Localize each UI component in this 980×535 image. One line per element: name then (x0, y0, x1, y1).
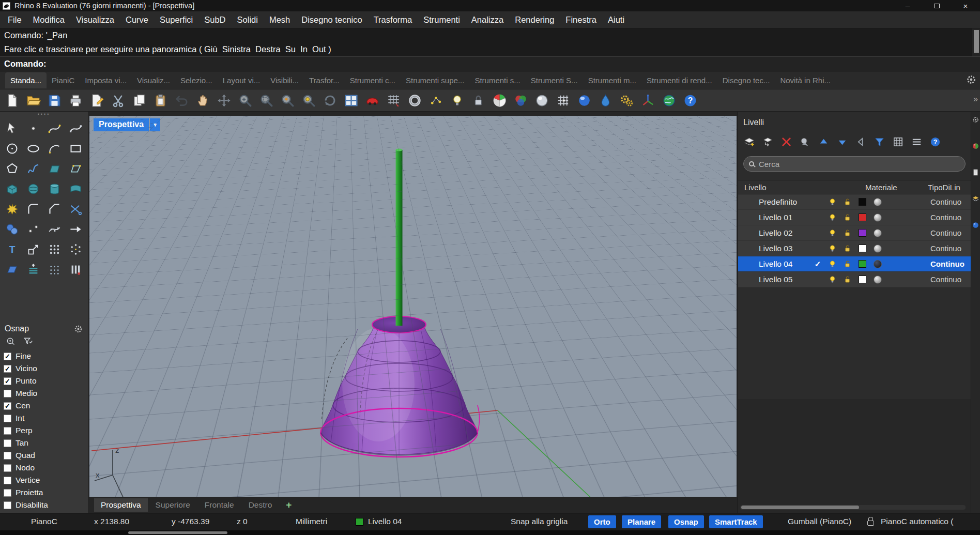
tool-array-polar-icon[interactable] (66, 240, 86, 258)
layer-material-circle[interactable] (870, 198, 885, 206)
viewport-layout-icon[interactable] (342, 91, 360, 110)
status-cplane[interactable]: PianoC (31, 517, 57, 526)
command-history[interactable]: Comando: '_Pan Fare clic e trascinare pe… (0, 28, 980, 56)
layer-color-swatch[interactable] (859, 229, 866, 237)
viewport-tab-prospettiva[interactable]: Prospettiva (94, 498, 148, 512)
layers-scrollbar-thumb[interactable] (741, 506, 859, 509)
checkbox-punto[interactable]: ✓ (4, 377, 11, 385)
tool-ellipse-icon[interactable] (23, 139, 43, 158)
green-rod-object[interactable] (396, 149, 403, 326)
osnap-item-int[interactable]: Int (4, 412, 88, 424)
layer-material-circle[interactable] (870, 276, 885, 284)
layer-color-swatch[interactable] (859, 276, 866, 283)
tool-arc-icon[interactable] (44, 139, 65, 158)
layer-lock-icon[interactable] (840, 244, 855, 253)
viewport-tab-destro[interactable]: Destro (242, 498, 279, 512)
menu-trasforma[interactable]: Trasforma (368, 11, 418, 28)
rotate-view-icon[interactable] (321, 91, 339, 110)
osnap-item-vicino[interactable]: ✓Vicino (4, 362, 88, 375)
toolbar-settings-gear-icon[interactable] (966, 74, 977, 85)
layer-row-livello-04[interactable]: Livello 04✓Continuo (738, 256, 971, 272)
zoom-extents-icon[interactable] (300, 91, 318, 110)
layer-visibility-bulb-icon[interactable] (825, 213, 840, 222)
print-icon[interactable] (67, 91, 85, 110)
toolbar-tab-layout-vi[interactable]: Layout vi... (218, 72, 266, 88)
layer-row-livello-03[interactable]: Livello 03Continuo (738, 241, 971, 256)
move-up-icon[interactable] (817, 135, 831, 149)
window-close-button[interactable]: × (951, 0, 980, 11)
ortho-toggle-button[interactable]: Orto (588, 515, 616, 528)
layer-row-predefinito[interactable]: PredefinitoContinuo (738, 194, 971, 210)
match-layer-icon[interactable] (798, 135, 812, 149)
tool-explode-icon[interactable] (2, 200, 22, 218)
tool-fillet-icon[interactable] (23, 200, 43, 218)
tool-spheres-icon[interactable] (2, 220, 22, 238)
panel-tab-layers-icon[interactable] (972, 195, 979, 203)
menu-file[interactable]: File (2, 11, 27, 28)
raytraced-sphere-icon[interactable] (575, 91, 593, 110)
layer-color-swatch[interactable] (859, 198, 866, 206)
viewport-tab-superiore[interactable]: Superiore (149, 498, 197, 512)
copy-icon[interactable] (130, 91, 148, 110)
layer-row-livello-02[interactable]: Livello 02Continuo (738, 225, 971, 241)
layer-material-circle[interactable] (870, 213, 885, 222)
checkbox-vertice[interactable] (4, 477, 11, 484)
zoom-selected-icon[interactable] (279, 91, 297, 110)
layer-row-livello-05[interactable]: Livello 05Continuo (738, 272, 971, 287)
osnap-selection-filter-icon[interactable] (22, 335, 33, 348)
toolbar-tab-strumenti-di-rend[interactable]: Strumenti di rend... (641, 72, 717, 88)
layer-visibility-bulb-icon[interactable] (825, 228, 840, 237)
tool-point-icon[interactable] (23, 119, 43, 137)
menu-icon[interactable] (910, 135, 924, 149)
open-file-icon[interactable] (24, 91, 42, 110)
tool-columns-icon[interactable] (66, 260, 86, 279)
columns-icon[interactable] (891, 135, 905, 149)
help-icon[interactable]: ? (928, 135, 942, 149)
tool-curve-freeform-icon[interactable] (23, 159, 43, 178)
menu-finestra[interactable]: Finestra (560, 11, 602, 28)
panel-tab-properties-icon[interactable] (972, 169, 979, 176)
tool-rebuild-icon[interactable] (44, 220, 65, 238)
menu-strumenti[interactable]: Strumenti (418, 11, 466, 28)
layer-material-circle[interactable] (870, 260, 885, 268)
toolbar-overflow-chevron-icon[interactable]: » (973, 95, 978, 104)
tool-sphere-icon[interactable] (23, 179, 43, 198)
toolbar-tab-visualiz[interactable]: Visualiz... (132, 72, 175, 88)
panel-tab-materials-icon[interactable] (972, 142, 979, 150)
layer-linetype[interactable]: Continuo (930, 213, 971, 222)
menu-visualizza[interactable]: Visualizza (70, 11, 120, 28)
tool-curve-interpolate-icon[interactable] (44, 119, 65, 137)
points-icon[interactable] (427, 91, 445, 110)
tool-select-icon[interactable] (2, 119, 22, 137)
toolbar-tab-strumenti-s[interactable]: Strumenti S... (526, 72, 583, 88)
command-prompt[interactable]: Comando: (0, 56, 980, 71)
viewport-title[interactable]: Prospettiva (94, 118, 149, 131)
checkbox-proietta[interactable] (4, 489, 11, 497)
tool-box-icon[interactable] (2, 179, 22, 198)
checkbox-vicino[interactable]: ✓ (4, 365, 11, 373)
column-header-name[interactable]: Livello (744, 183, 767, 192)
tool-grid-points-icon[interactable] (44, 260, 65, 279)
status-cplane-auto[interactable]: PianoC automatico ( (881, 517, 953, 526)
menu-aiuti[interactable]: Aiuti (602, 11, 630, 28)
checkbox-fine[interactable]: ✓ (4, 353, 11, 360)
tool-text-icon[interactable]: T (2, 240, 22, 258)
toolbar-tab-imposta-vi[interactable]: Imposta vi... (80, 72, 132, 88)
material-icon[interactable] (596, 91, 615, 110)
osnap-item-quad[interactable]: Quad (4, 449, 88, 462)
planar-toggle-button[interactable]: Planare (622, 515, 661, 528)
new-file-icon[interactable] (3, 91, 21, 110)
checkbox-quad[interactable] (4, 452, 11, 460)
toolbar-tab-strumenti-s[interactable]: Strumenti s... (469, 72, 525, 88)
osnap-item-cen[interactable]: ✓Cen (4, 400, 88, 412)
current-layer-color-swatch[interactable] (356, 518, 363, 526)
toolbar-tab-strumenti-c[interactable]: Strumenti c... (345, 72, 401, 88)
layer-visibility-bulb-icon[interactable] (825, 197, 840, 206)
checkbox-nodo[interactable] (4, 464, 11, 472)
viewport-tab-frontale[interactable]: Frontale (198, 498, 241, 512)
tool-extrude-icon[interactable] (23, 260, 43, 279)
new-sublayer-icon[interactable] (761, 135, 775, 149)
save-icon[interactable] (45, 91, 64, 110)
cplane-icon[interactable] (639, 91, 657, 110)
layer-linetype[interactable]: Continuo (930, 259, 971, 268)
